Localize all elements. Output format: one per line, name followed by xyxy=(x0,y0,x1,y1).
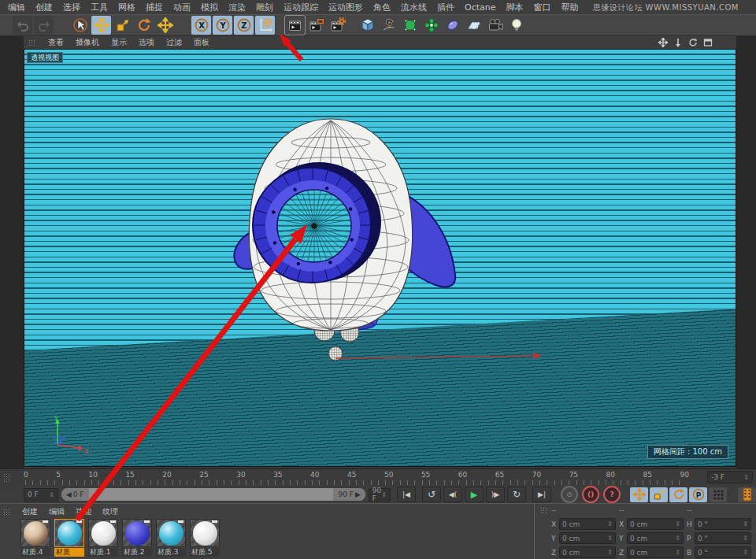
size-x-field[interactable]: X0 cm⇕ xyxy=(619,518,684,530)
end-frame-field[interactable]: 90 F⇕ xyxy=(369,488,391,502)
timeline-ruler[interactable]: 051015202530354045505560657075808590 -3 … xyxy=(0,468,756,486)
viewport-pan-icon[interactable] xyxy=(658,38,668,47)
range-end-grip[interactable]: 90 F▶ xyxy=(333,488,365,501)
material-name[interactable]: 材质.2 xyxy=(122,548,152,557)
viewport-rotate-icon[interactable] xyxy=(688,38,698,47)
menu-simulate[interactable]: 模拟 xyxy=(201,2,218,13)
current-frame-field[interactable]: 0 F⇕ xyxy=(24,488,58,502)
position-y-field[interactable]: Y0 cm⇕ xyxy=(551,532,616,544)
timeline-window-button[interactable] xyxy=(738,487,756,502)
size-y-field[interactable]: Y0 cm⇕ xyxy=(619,532,684,544)
add-camera-button[interactable] xyxy=(485,16,505,35)
menu-mesh[interactable]: 网格 xyxy=(118,2,135,13)
render-to-picture-viewer-button[interactable] xyxy=(306,16,326,35)
deformer-button[interactable] xyxy=(443,16,462,35)
z-axis-lock[interactable]: Z xyxy=(234,16,254,35)
panel-grip-icon[interactable] xyxy=(540,507,548,514)
array-generator-button[interactable] xyxy=(421,16,441,35)
vp-menu-view[interactable]: 查看 xyxy=(48,37,64,48)
menu-snap[interactable]: 捕捉 xyxy=(146,2,163,13)
menu-script[interactable]: 脚本 xyxy=(506,2,524,13)
x-axis-lock[interactable]: X xyxy=(191,16,211,35)
stepper-icon[interactable]: ⇕ xyxy=(675,535,680,542)
material-item[interactable]: 材质.5 xyxy=(190,519,221,557)
redo-button[interactable] xyxy=(34,16,54,35)
menu-sculpt[interactable]: 雕刻 xyxy=(256,2,273,13)
vp-menu-cameras[interactable]: 摄像机 xyxy=(76,37,99,48)
add-light-button[interactable] xyxy=(506,16,526,35)
menu-octane[interactable]: Octane xyxy=(465,2,496,13)
vp-menu-display[interactable]: 显示 xyxy=(111,37,127,48)
scale-tool[interactable] xyxy=(113,16,132,35)
material-name[interactable]: 材质.5 xyxy=(190,548,220,557)
panel-grip-icon[interactable] xyxy=(28,39,36,46)
material-item[interactable]: 材质.1 xyxy=(88,519,120,557)
menu-motion-tracker[interactable]: 运动跟踪 xyxy=(284,2,318,13)
subdivision-surface-button[interactable] xyxy=(400,16,420,35)
key-rotation-toggle[interactable] xyxy=(669,487,687,502)
mat-menu-function[interactable]: 功能 xyxy=(76,506,91,517)
stepper-icon[interactable]: ⇕ xyxy=(381,491,387,498)
rotation-b-field[interactable]: B0 °⇕ xyxy=(687,546,751,558)
live-selection-tool[interactable] xyxy=(70,16,90,35)
stepper-icon[interactable]: ⇕ xyxy=(675,520,680,528)
record-disabled-button[interactable]: ⊘ xyxy=(561,486,578,503)
coordinate-system-toggle[interactable] xyxy=(255,16,275,35)
add-floor-button[interactable] xyxy=(464,16,484,35)
material-name[interactable]: 材质.4 xyxy=(20,548,50,557)
vp-menu-filter[interactable]: 过滤 xyxy=(166,37,182,48)
menu-edit[interactable]: 编辑 xyxy=(8,2,25,13)
move-tool[interactable] xyxy=(91,16,111,35)
rotation-h-field[interactable]: H0 °⇕ xyxy=(687,518,751,530)
mat-menu-texture[interactable]: 纹理 xyxy=(102,506,118,517)
stepper-icon[interactable]: ⇕ xyxy=(607,549,613,556)
menu-select[interactable]: 选择 xyxy=(63,2,80,13)
position-x-field[interactable]: X0 cm⇕ xyxy=(551,518,616,530)
render-settings-button[interactable] xyxy=(328,16,347,35)
stepper-icon[interactable]: ⇕ xyxy=(675,549,680,556)
vp-menu-options[interactable]: 选项 xyxy=(139,37,154,48)
menu-character[interactable]: 角色 xyxy=(373,2,391,13)
menu-tools[interactable]: 工具 xyxy=(91,2,108,13)
viewport-zoom-icon[interactable] xyxy=(673,38,683,47)
vp-menu-panel[interactable]: 面板 xyxy=(194,37,209,48)
position-z-field[interactable]: Z0 cm⇕ xyxy=(551,546,616,558)
panel-grip-icon[interactable] xyxy=(3,509,11,516)
menu-plugins[interactable]: 插件 xyxy=(437,2,454,13)
menu-animate[interactable]: 动画 xyxy=(173,2,191,13)
next-key-button[interactable]: )▶ xyxy=(486,487,505,502)
keyframe-help-button[interactable]: ? xyxy=(603,486,621,503)
y-axis-lock[interactable]: Y xyxy=(213,16,232,35)
mat-menu-edit[interactable]: 编辑 xyxy=(49,506,65,517)
rotation-p-field[interactable]: P0 °⇕ xyxy=(687,532,751,544)
menu-pipeline[interactable]: 流水线 xyxy=(401,2,427,13)
previous-key-button[interactable]: ◀( xyxy=(443,487,462,502)
stepper-icon[interactable]: ⇕ xyxy=(743,520,748,528)
menu-window[interactable]: 窗口 xyxy=(534,2,551,13)
stepper-icon[interactable]: ⇕ xyxy=(607,520,613,528)
autokey-button[interactable]: () xyxy=(582,486,599,503)
add-primitive-cube-button[interactable] xyxy=(358,16,377,35)
material-name[interactable]: 材质 xyxy=(54,548,84,557)
panel-divider[interactable] xyxy=(534,503,535,559)
stepper-icon[interactable]: ⇕ xyxy=(743,535,748,542)
material-name[interactable]: 材质.1 xyxy=(88,548,118,557)
menu-mograph[interactable]: 运动图形 xyxy=(328,2,363,13)
frame-offset-field[interactable]: -3 F⇕ xyxy=(707,471,753,483)
viewport-name-label[interactable]: 透视视图 xyxy=(27,52,63,63)
goto-end-button[interactable]: ▶| xyxy=(532,487,551,502)
play-button[interactable]: ▶ xyxy=(465,487,484,502)
play-backwards-loop-button[interactable]: ↺ xyxy=(422,487,441,502)
key-parameter-toggle[interactable]: P xyxy=(689,487,707,502)
perspective-viewport[interactable]: Y X 透视视图 网格间距 : 100 cm xyxy=(24,49,736,467)
menu-create[interactable]: 创建 xyxy=(35,2,53,13)
render-view-button[interactable] xyxy=(285,16,305,35)
material-item-selected[interactable]: 材质 xyxy=(54,519,86,557)
preview-range-slider[interactable]: ◀0 F 90 F▶ xyxy=(61,488,365,501)
material-item[interactable]: 材质.4 xyxy=(20,519,52,557)
material-item[interactable]: 材质.2 xyxy=(122,519,154,557)
mat-menu-create[interactable]: 创建 xyxy=(22,506,38,517)
timeline-grip-icon[interactable] xyxy=(3,473,9,483)
stepper-icon[interactable]: ⇕ xyxy=(607,535,613,542)
rotate-tool[interactable] xyxy=(134,16,154,35)
